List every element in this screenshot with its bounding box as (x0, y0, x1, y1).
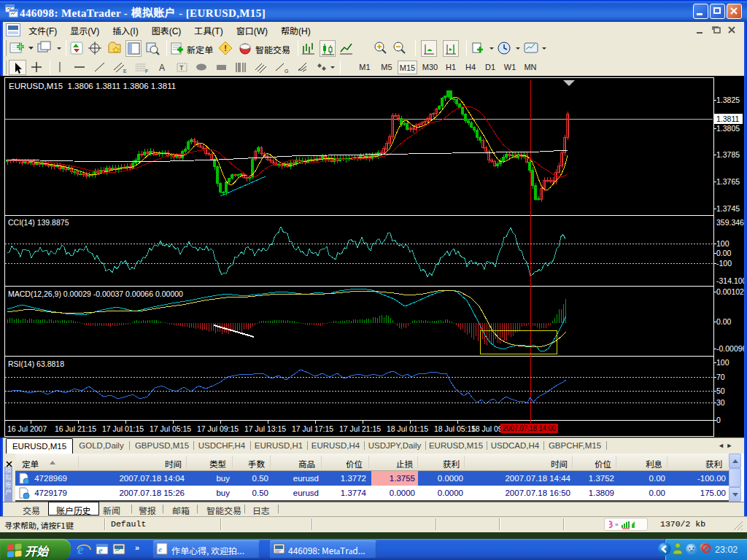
svg-text:2007.07.18 14:00: 2007.07.18 14:00 (503, 424, 556, 432)
svg-text:17 Jul 05:15: 17 Jul 05:15 (150, 424, 191, 433)
svg-text:MACD(12,26,9) 0.00029 -0.00037: MACD(12,26,9) 0.00029 -0.00037 0.00066 0… (8, 289, 183, 298)
svg-text:EURUSD,M15 1.3806 1.3811 1.38: EURUSD,M15 1.3806 1.3811 1.3806 1.3811 (9, 82, 176, 90)
svg-text:F: F (145, 69, 148, 74)
svg-text:23:02: 23:02 (715, 545, 738, 555)
svg-text:100: 100 (716, 358, 729, 367)
svg-text:!: ! (224, 44, 227, 52)
svg-text:1.3805: 1.3805 (716, 124, 740, 133)
svg-text:1.3811: 1.3811 (716, 114, 739, 123)
svg-text:17 Jul 21:15: 17 Jul 21:15 (339, 424, 381, 433)
svg-text:359.3469: 359.3469 (716, 218, 744, 227)
svg-text:G: G (285, 69, 288, 74)
svg-text:18 Jul 09: 18 Jul 09 (471, 424, 503, 433)
svg-text:1.3765: 1.3765 (716, 177, 740, 186)
svg-text:50: 50 (716, 386, 725, 395)
svg-text:T: T (179, 64, 184, 71)
svg-text:»: » (135, 543, 139, 552)
svg-text:e: e (77, 542, 84, 557)
svg-text:e: e (98, 545, 103, 556)
svg-text:-314.100: -314.100 (716, 276, 744, 285)
svg-text:CCI(14) 139.8875: CCI(14) 139.8875 (8, 218, 69, 227)
svg-text:-100: -100 (716, 259, 732, 268)
svg-text:1.3745: 1.3745 (716, 204, 740, 213)
svg-text:e: e (158, 545, 162, 553)
svg-text:»: » (615, 521, 619, 528)
svg-text:1.3825: 1.3825 (716, 96, 740, 104)
svg-text:0: 0 (716, 416, 721, 424)
svg-text:16 Jul 21:15: 16 Jul 21:15 (55, 424, 96, 433)
svg-text:70: 70 (716, 373, 725, 381)
svg-text:17 Jul 01:15: 17 Jul 01:15 (102, 424, 144, 433)
svg-text:18 Jul 01:15: 18 Jul 01:15 (387, 424, 428, 433)
svg-text:A: A (159, 63, 165, 73)
svg-text:0.00: 0.00 (716, 317, 732, 326)
svg-text:1.3785: 1.3785 (716, 150, 740, 159)
svg-text:18 Jul 05:15: 18 Jul 05:15 (434, 424, 476, 433)
svg-text:17 Jul 17:15: 17 Jul 17:15 (292, 424, 333, 433)
svg-text:100: 100 (716, 239, 729, 248)
svg-text:17 Jul 09:15: 17 Jul 09:15 (197, 424, 239, 433)
svg-text:-0.00096: -0.00096 (716, 344, 744, 353)
svg-text:30: 30 (716, 398, 725, 407)
svg-text:16 Jul 2007: 16 Jul 2007 (7, 424, 47, 433)
svg-text:17 Jul 13:15: 17 Jul 13:15 (244, 424, 286, 433)
svg-text:RSI(14) 63.8818: RSI(14) 63.8818 (8, 359, 64, 368)
svg-text:0.00102: 0.00102 (716, 287, 744, 296)
svg-text:E: E (123, 69, 127, 74)
svg-text:0.00: 0.00 (716, 249, 732, 257)
